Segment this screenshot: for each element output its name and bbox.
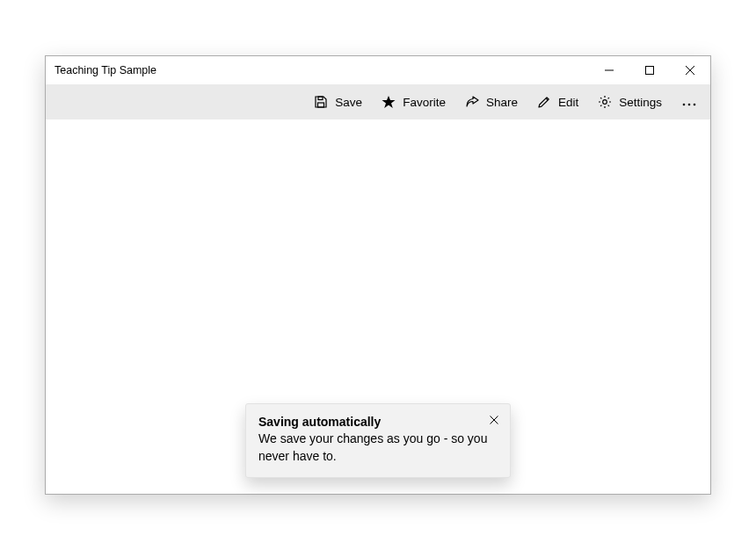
svg-line-12 [608, 98, 609, 98]
favorite-button[interactable]: Favorite [372, 84, 455, 119]
maximize-button[interactable] [629, 56, 670, 84]
close-icon [490, 412, 498, 428]
gear-icon [598, 95, 612, 109]
svg-line-13 [600, 105, 601, 106]
settings-button[interactable]: Settings [588, 84, 672, 119]
svg-line-15 [608, 105, 609, 106]
edit-label: Edit [558, 96, 578, 109]
edit-button[interactable]: Edit [527, 84, 588, 119]
favorite-label: Favorite [403, 96, 446, 109]
share-icon [465, 95, 479, 109]
window-title: Teaching Tip Sample [46, 64, 156, 76]
teaching-tip-title: Saving automatically [258, 415, 498, 429]
share-button[interactable]: Share [455, 84, 527, 119]
svg-rect-5 [318, 97, 323, 100]
settings-label: Settings [619, 96, 662, 109]
svg-rect-4 [318, 103, 324, 107]
command-bar: Save Favorite Share Edit [46, 84, 710, 119]
svg-point-17 [688, 104, 691, 106]
svg-line-14 [600, 98, 601, 98]
teaching-tip-body: We save your changes as you go - so you … [258, 431, 498, 465]
svg-point-7 [603, 100, 607, 105]
content-area: Saving automatically We save your change… [46, 119, 710, 494]
minimize-button[interactable] [589, 56, 629, 84]
save-icon [314, 95, 328, 109]
save-label: Save [335, 96, 362, 109]
svg-point-16 [683, 104, 686, 106]
share-label: Share [486, 96, 518, 109]
close-icon [686, 62, 694, 78]
svg-point-18 [694, 104, 696, 106]
minimize-icon [605, 62, 614, 78]
svg-rect-1 [646, 67, 654, 75]
pencil-icon [537, 95, 551, 109]
more-icon [682, 94, 696, 110]
save-button[interactable]: Save [304, 84, 372, 119]
teaching-tip-close-button[interactable] [485, 411, 503, 429]
window-controls [589, 56, 710, 84]
titlebar: Teaching Tip Sample [46, 56, 710, 84]
maximize-icon [645, 62, 654, 78]
app-window: Teaching Tip Sample [45, 55, 711, 495]
teaching-tip: Saving automatically We save your change… [245, 403, 511, 478]
star-icon [382, 95, 396, 109]
close-button[interactable] [670, 56, 710, 84]
more-button[interactable] [672, 84, 707, 119]
